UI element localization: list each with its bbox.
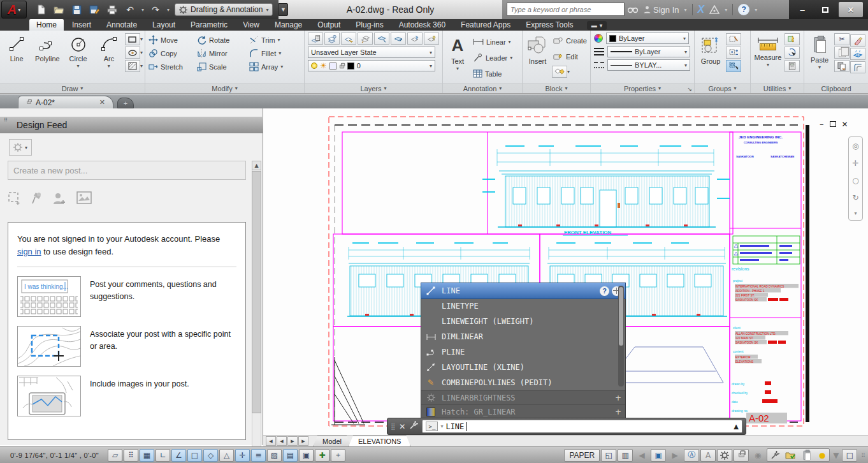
workspace-switching-button[interactable] [717,449,732,462]
orbit-icon[interactable]: ↻ [852,193,858,202]
drawing-recovery-button[interactable] [783,449,797,462]
maximize-viewport-button[interactable]: ▣ [651,449,666,462]
tab-annotate[interactable]: Annotate [99,19,144,31]
move-button[interactable]: Move [147,33,196,47]
quick-select-button[interactable] [785,33,800,45]
search-binoculars-icon[interactable] [628,6,638,13]
save-as-icon[interactable] [88,4,101,15]
calculator-button[interactable] [785,60,800,72]
command-help-icon[interactable]: ? [600,286,609,296]
autodesk360-icon[interactable] [709,5,720,14]
tab-featured-apps[interactable]: Featured Apps [454,19,517,31]
tab-model[interactable]: Model [313,436,351,446]
arc-button[interactable]: Arc ▾ [94,32,124,82]
tab-express-tools[interactable]: Express Tools [519,19,580,31]
layer-freeze-button[interactable] [374,33,389,45]
panel-label-layers[interactable]: Layers▾ [305,83,442,93]
leader-button[interactable]: Leader▾ [472,51,514,64]
popup-item-dimlinear[interactable]: DIMLINEAR [421,329,625,344]
model-paper-toggle[interactable]: ◱ [601,449,616,462]
scale-button[interactable]: Scale [196,60,248,73]
ribbon-display-toggle[interactable]: ▬▾ [587,21,607,30]
clean-screen-button[interactable]: □ [842,449,857,462]
erase-button[interactable] [850,34,865,47]
workspace-switcher[interactable]: Drafting & Annotation ▾ [175,3,273,16]
layer-match-button[interactable] [407,33,423,45]
prev-layout-button[interactable]: ◀ [277,436,287,446]
popup-item-layoutline[interactable]: LAYOUTLINE (XLINE) [421,360,625,375]
fillet-dropdown-icon[interactable]: ▾ [278,50,281,56]
toolbar-lock-button[interactable] [734,449,749,462]
popup-scroll-thumb[interactable] [619,287,623,346]
customization-wrench-button[interactable] [769,449,781,462]
open-file-icon[interactable] [52,4,65,15]
group-selection-toggle[interactable] [726,60,741,72]
snap-mode-toggle[interactable]: ⠿ [124,449,138,462]
panel-label-annotation[interactable]: Annotation▾ [443,83,522,93]
annotation-autoscale-button[interactable]: Ⓐ [684,449,699,462]
dynamic-input-toggle[interactable]: ✛ [235,449,250,462]
undo-dropdown-icon[interactable]: ▾ [141,7,144,13]
tab-insert[interactable]: Insert [65,19,98,31]
offset-button[interactable] [850,61,865,73]
dock-customize-icon[interactable] [409,421,418,432]
leader-dropdown-icon[interactable]: ▾ [510,55,512,61]
polar-tracking-toggle[interactable]: ∠ [171,449,186,462]
panel-label-clipboard[interactable]: Clipboard [804,83,868,93]
edit-attributes-button[interactable] [552,66,567,78]
steering-wheel-button[interactable]: ◉ [750,449,765,462]
tag-person-icon[interactable] [52,191,68,205]
measure-button[interactable]: Measure ▾ [753,32,783,82]
tab-autodesk360[interactable]: Autodesk 360 [392,19,452,31]
panel-label-draw[interactable]: Draw▾ [0,83,145,93]
rectangle-dropdown-icon[interactable]: ▾ [140,36,143,42]
3d-object-snap-toggle[interactable]: ◇ [203,449,218,462]
feed-scroll-up-icon[interactable]: ▲ [252,161,261,170]
next-layout-button[interactable]: ▶ [287,436,298,446]
prev-viewport-button[interactable]: ◀ [634,449,649,462]
pin-post-icon[interactable] [31,191,43,205]
next-viewport-button[interactable]: ▶ [667,449,683,462]
tab-elevations[interactable]: ELEVATIONS [349,436,410,446]
signin-button[interactable]: Sign In [643,5,679,15]
circle-button[interactable]: Circle ▾ [64,32,93,82]
trim-dropdown-icon[interactable]: ▾ [278,37,280,43]
object-color-combo[interactable]: ByLayer▾ [606,33,689,44]
annotation-visibility-button[interactable]: A [700,449,716,462]
edit-attributes-dropdown-icon[interactable]: ▾ [567,69,570,75]
navbar-more-icon[interactable]: ▾ [854,210,857,216]
line-button[interactable]: Line [2,32,31,82]
file-tab-a02[interactable]: A-02* ✕ [18,96,113,108]
panel-label-utilities[interactable]: Utilities▾ [751,83,804,93]
panel-label-block[interactable]: Block▾ [523,83,590,93]
tab-view[interactable]: View [236,19,266,31]
popup-scrollbar[interactable] [618,286,624,386]
dock-grip[interactable]: ⣿ [391,423,395,430]
quick-properties-toggle[interactable]: ▤ [283,449,298,462]
quick-calc-button[interactable] [785,47,800,59]
infocenter-search[interactable] [507,3,625,16]
zoom-icon[interactable]: ○ [852,176,858,185]
object-snap-toggle[interactable]: □ [187,449,202,462]
polyline-button[interactable]: Polyline [33,32,62,82]
layer-properties-button[interactable] [308,33,323,45]
save-icon[interactable] [70,4,83,15]
vp-restore-icon[interactable] [830,121,836,127]
circle-dropdown-icon[interactable]: ▾ [77,63,80,69]
table-button[interactable]: Table [472,67,514,80]
measure-dropdown-icon[interactable]: ▾ [767,62,769,68]
hatch-tool-button[interactable] [125,60,140,72]
signin-dropdown-icon[interactable]: ▾ [684,7,686,13]
feed-scroll-thumb[interactable] [252,171,261,413]
tab-layout[interactable]: Layout [145,19,182,31]
grid-display-toggle[interactable]: ▦ [140,449,154,462]
ellipse-dropdown-icon[interactable]: ▾ [140,50,143,55]
last-layout-button[interactable]: ▶ [298,436,308,446]
panel-label-modify[interactable]: Modify▾ [145,83,304,93]
command-input[interactable]: >_ ▾ LINE ▲ [422,420,742,433]
isolate-objects-toggle[interactable]: ＋ [331,449,345,462]
selection-cycling-toggle[interactable]: ▣ [299,449,314,462]
close-button[interactable]: ✕ [839,2,863,17]
copy-button[interactable]: Copy [147,47,196,60]
help-icon[interactable]: ? [738,4,749,15]
